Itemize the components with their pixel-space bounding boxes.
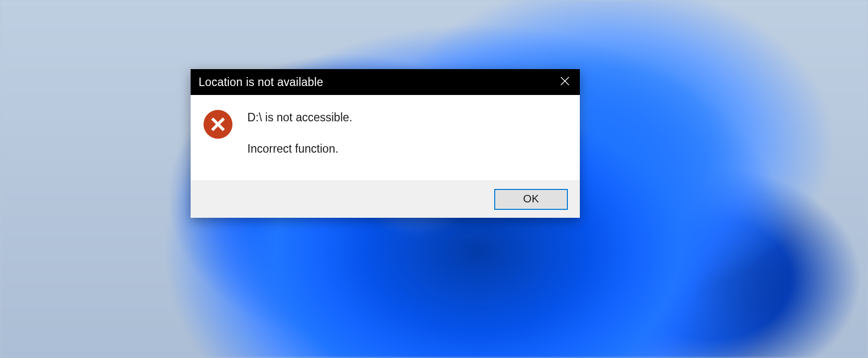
dialog-text: D:\ is not accessible. Incorrect functio… bbox=[247, 109, 352, 157]
dialog-message-primary: D:\ is not accessible. bbox=[247, 110, 352, 125]
ok-button[interactable]: OK bbox=[494, 189, 568, 210]
close-icon bbox=[560, 76, 570, 88]
close-button[interactable] bbox=[550, 69, 580, 95]
dialog-title: Location is not available bbox=[199, 76, 324, 89]
dialog-actions: OK bbox=[191, 180, 580, 218]
error-dialog: Location is not available D:\ is not acc… bbox=[191, 69, 580, 218]
dialog-message-secondary: Incorrect function. bbox=[247, 141, 352, 157]
error-icon bbox=[203, 109, 233, 157]
dialog-body: D:\ is not accessible. Incorrect functio… bbox=[191, 95, 580, 180]
dialog-titlebar: Location is not available bbox=[191, 69, 580, 95]
